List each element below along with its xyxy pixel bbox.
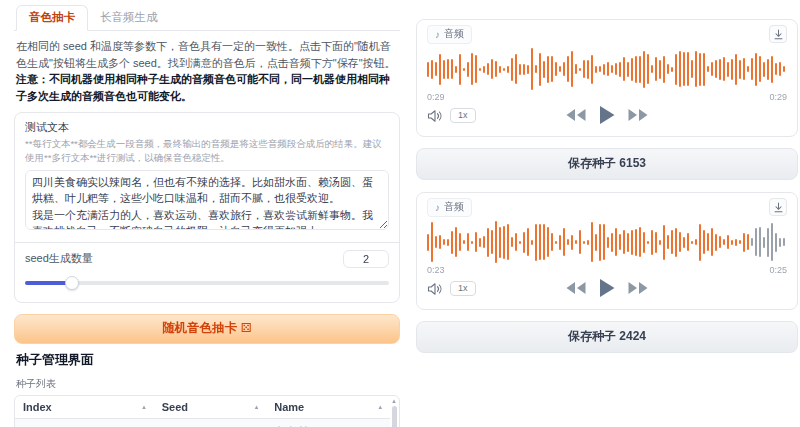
slider-track [25, 281, 389, 285]
random-voice-draw-button[interactable]: 随机音色抽卡 ⚄ [14, 314, 400, 344]
audio-label: ♪ 音频 [427, 25, 472, 44]
left-column: 音色抽卡 长音频生成 在相同的 seed 和温度等参数下，音色具有一定的一致性。… [14, 5, 400, 427]
playback-speed-button[interactable]: 1x [450, 281, 476, 296]
seed-manager-title: 种子管理界面 [16, 351, 398, 369]
play-icon[interactable] [599, 105, 616, 125]
download-icon[interactable] [769, 25, 787, 43]
instructions-normal: 在相同的 seed 和温度等参数下，音色具有一定的一致性。点击下面的"随机音色生… [16, 40, 396, 69]
audio-player-1: ♪ 音频 0:29 0:29 1x [416, 19, 798, 137]
cell-seed[interactable]: 3798 [154, 418, 267, 427]
audio-player-2: ♪ 音频 0:23 0:25 1x [416, 192, 798, 310]
volume-icon[interactable] [427, 109, 443, 123]
right-column: ♪ 音频 0:29 0:29 1x [416, 5, 798, 427]
skip-forward-icon[interactable] [628, 281, 649, 295]
save-seed-2424-button[interactable]: 保存种子 2424 [416, 321, 798, 353]
test-text-block: 测试文本 **每行文本**都会生成一段音频，最终输出的音频是将这些音频段合成后的… [15, 113, 399, 242]
play-icon[interactable] [599, 278, 616, 298]
random-voice-draw-label: 随机音色抽卡 [162, 321, 237, 335]
playback-speed-button[interactable]: 1x [450, 108, 476, 123]
sort-caret-icon[interactable]: ▴ [255, 403, 259, 411]
music-note-icon: ♪ [435, 202, 440, 213]
elapsed-time: 0:23 [427, 265, 445, 275]
waveform[interactable] [427, 47, 787, 91]
seed-list-label: 种子列表 [16, 377, 398, 391]
instructions-text: 在相同的 seed 和温度等参数下，音色具有一定的一致性。点击下面的"随机音色生… [16, 38, 398, 104]
duration-time: 0:29 [769, 92, 787, 102]
skip-back-icon[interactable] [566, 281, 587, 295]
table-header-row: Index▴ Seed▴ Name▴ [15, 396, 390, 419]
tab-bar: 音色抽卡 长音频生成 [14, 5, 400, 31]
col-header-index[interactable]: Index▴ [15, 396, 154, 419]
col-header-name[interactable]: Name▴ [266, 396, 390, 419]
skip-forward-icon[interactable] [628, 108, 649, 122]
download-icon[interactable] [769, 198, 787, 216]
seed-count-input[interactable] [343, 250, 389, 268]
duration-time: 0:25 [769, 265, 787, 275]
save-seed-6153-button[interactable]: 保存种子 6153 [416, 148, 798, 180]
tab-long-audio[interactable]: 长音频生成 [88, 6, 170, 30]
seed-count-block: seed生成数量 [15, 242, 399, 302]
app-root: 音色抽卡 长音频生成 在相同的 seed 和温度等参数下，音色具有一定的一致性。… [0, 0, 800, 427]
dice-icon: ⚄ [241, 321, 252, 335]
test-text-label: 测试文本 [25, 120, 389, 135]
skip-back-icon[interactable] [566, 108, 587, 122]
col-header-seed[interactable]: Seed▴ [154, 396, 267, 419]
audio-label: ♪ 音频 [427, 198, 472, 217]
input-group: 测试文本 **每行文本**都会生成一段音频，最终输出的音频是将这些音频段合成后的… [14, 112, 400, 303]
test-text-input[interactable]: 四川美食确实以辣闻名，但也有不辣的选择。比如甜水面、赖汤圆、蛋烘糕、叶儿粑等，这… [25, 170, 389, 230]
scroll-thumb[interactable] [392, 406, 397, 427]
scroll-up-icon[interactable]: ▴ [392, 397, 396, 404]
tab-voice-draw[interactable]: 音色抽卡 [16, 5, 88, 31]
sort-caret-icon[interactable]: ▴ [378, 403, 382, 411]
test-text-info: **每行文本**都会生成一段音频，最终输出的音频是将这些音频段合成后的结果。建议… [25, 137, 389, 165]
instructions-warning: 注意：不同机器使用相同种子生成的音频音色可能不同，同一机器使用相同种子多次生成的… [16, 73, 390, 102]
sort-caret-icon[interactable]: ▴ [142, 403, 146, 411]
seed-count-label: seed生成数量 [25, 251, 93, 266]
seed-count-slider[interactable] [25, 276, 389, 290]
music-note-icon: ♪ [435, 29, 440, 40]
seed-table: Index▴ Seed▴ Name▴ 0 3798 女/知性 1 462 女/大… [14, 395, 400, 427]
table-row[interactable]: 0 3798 女/知性 [15, 418, 390, 427]
volume-icon[interactable] [427, 282, 443, 296]
seed-slider-handle[interactable] [65, 276, 79, 290]
waveform[interactable] [427, 220, 787, 264]
cell-name[interactable]: 女/知性 [266, 418, 390, 427]
elapsed-time: 0:29 [427, 92, 445, 102]
table-vertical-scrollbar[interactable]: ▴ [390, 397, 398, 427]
cell-index[interactable]: 0 [15, 418, 154, 427]
